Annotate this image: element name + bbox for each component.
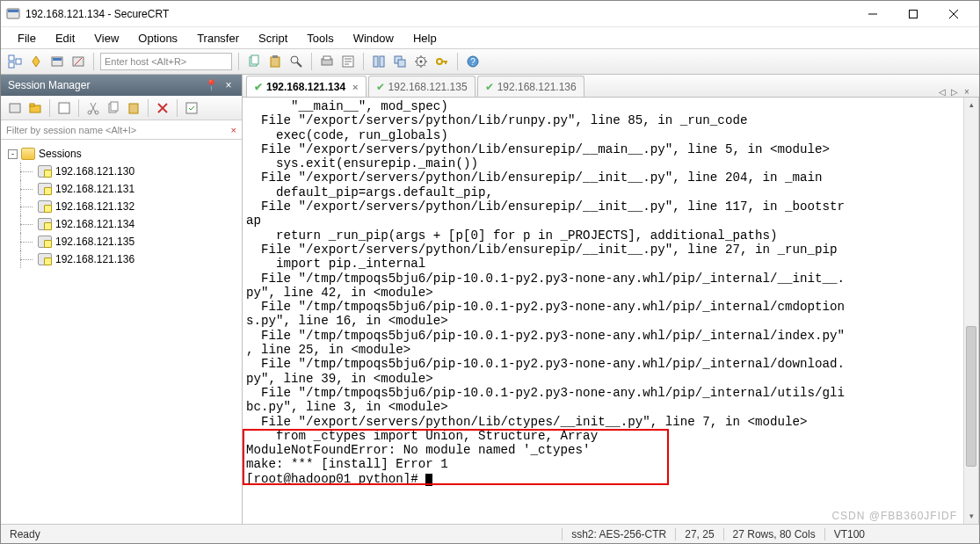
window-title: 192.168.121.134 - SecureCRT (25, 8, 853, 20)
tab-next-icon[interactable]: ▷ (949, 87, 960, 97)
menu-view[interactable]: View (86, 29, 127, 47)
new-folder-icon[interactable] (26, 99, 44, 117)
svg-rect-34 (129, 104, 138, 113)
svg-point-13 (291, 56, 298, 63)
svg-rect-2 (910, 10, 918, 18)
tab-label: 192.168.121.136 (497, 81, 577, 93)
session-tree[interactable]: - Sessions 192.168.121.130 192.168.121.1… (1, 140, 242, 524)
status-termtype: VT100 (824, 528, 874, 540)
menu-window[interactable]: Window (345, 29, 402, 47)
cascade-icon[interactable] (391, 53, 409, 70)
svg-rect-20 (398, 60, 405, 67)
svg-rect-35 (186, 103, 197, 113)
connect-icon[interactable] (48, 53, 66, 70)
svg-rect-29 (59, 103, 69, 113)
paste-icon[interactable] (266, 53, 284, 70)
paste-session-icon[interactable] (125, 99, 142, 117)
svg-rect-15 (323, 56, 330, 60)
copy-session-icon[interactable] (105, 99, 122, 117)
cut-icon[interactable] (84, 99, 102, 117)
folder-icon (21, 148, 35, 160)
settings-icon[interactable] (412, 53, 430, 70)
tab-close-icon[interactable]: × (352, 82, 358, 92)
content-area: ✔ 192.168.121.134 × ✔ 192.168.121.135 ✔ … (243, 75, 979, 524)
svg-rect-7 (53, 58, 62, 61)
maximize-button[interactable] (893, 1, 933, 27)
properties-icon[interactable] (339, 53, 357, 70)
svg-rect-1 (8, 10, 18, 12)
filter-input[interactable]: Filter by session name <Alt+I> × (1, 120, 242, 140)
menu-file[interactable]: File (10, 29, 44, 47)
filter-placeholder: Filter by session name <Alt+I> (6, 125, 136, 135)
host-icon (38, 183, 52, 195)
pin-icon[interactable]: 📍 (205, 79, 217, 91)
svg-rect-17 (374, 56, 378, 67)
reconnect-icon[interactable] (69, 53, 87, 70)
host-input[interactable]: Enter host <Alt+R> (100, 53, 232, 70)
tree-node-label: 192.168.121.134 (55, 218, 134, 230)
svg-rect-3 (9, 55, 14, 61)
connected-icon: ✔ (254, 81, 263, 93)
svg-rect-5 (16, 59, 21, 64)
connected-icon: ✔ (376, 81, 385, 93)
status-size: 27 Rows, 80 Cols (723, 528, 824, 540)
tree-node[interactable]: 192.168.121.135 (4, 233, 238, 250)
tree-node-label: 192.168.121.132 (55, 200, 134, 213)
panel-title-text: Session Manager (8, 79, 90, 91)
clear-filter-icon[interactable]: × (231, 125, 236, 135)
tab-label: 192.168.121.134 (266, 81, 345, 93)
menu-tools[interactable]: Tools (299, 29, 341, 47)
tab-prev-icon[interactable]: ◁ (937, 87, 947, 97)
print-icon[interactable] (318, 53, 336, 70)
svg-rect-33 (111, 102, 118, 111)
main-toolbar: Enter host <Alt+R> ? (1, 48, 979, 75)
find-icon[interactable] (287, 53, 305, 70)
app-icon (6, 7, 20, 21)
session-properties-icon[interactable] (55, 99, 73, 117)
tree-node[interactable]: 192.168.121.130 (4, 163, 238, 180)
svg-rect-28 (30, 104, 34, 106)
menu-transfer[interactable]: Transfer (189, 29, 247, 47)
key-icon[interactable] (433, 53, 451, 70)
tree-node-label: 192.168.121.136 (55, 253, 134, 265)
tabbar: ✔ 192.168.121.134 × ✔ 192.168.121.135 ✔ … (243, 75, 979, 98)
tile-icon[interactable] (370, 53, 388, 70)
collapse-icon[interactable]: - (8, 149, 18, 159)
menu-script[interactable]: Script (250, 29, 295, 47)
tab-list-icon[interactable]: × (962, 87, 972, 97)
tree-root-label: Sessions (39, 148, 82, 160)
new-session-icon[interactable] (6, 99, 24, 117)
panel-title: Session Manager 📍 × (1, 75, 242, 96)
tree-node[interactable]: 192.168.121.134 (4, 215, 238, 233)
svg-point-22 (420, 61, 423, 63)
tree-node[interactable]: 192.168.121.131 (4, 180, 238, 198)
host-icon (38, 165, 52, 178)
options-icon[interactable] (183, 99, 200, 117)
titlebar: 192.168.121.134 - SecureCRT (1, 1, 979, 27)
panel-close-icon[interactable]: × (222, 79, 235, 91)
tree-node[interactable]: 192.168.121.132 (4, 198, 238, 215)
help-icon[interactable]: ? (464, 53, 482, 70)
tab[interactable]: ✔ 192.168.121.136 (477, 76, 584, 97)
tree-root[interactable]: - Sessions (4, 145, 238, 163)
tab[interactable]: ✔ 192.168.121.135 (368, 76, 475, 97)
close-button[interactable] (933, 1, 974, 27)
host-icon (38, 200, 52, 213)
delete-icon[interactable] (154, 99, 171, 117)
session-manager-icon[interactable] (6, 53, 24, 70)
svg-rect-12 (272, 55, 278, 58)
scrollbar-thumb[interactable] (966, 326, 976, 467)
terminal[interactable]: "__main__", mod_spec) File "/export/serv… (243, 98, 978, 524)
quick-connect-icon[interactable] (27, 53, 45, 70)
statusbar: Ready ssh2: AES-256-CTR 27, 25 27 Rows, … (1, 524, 979, 543)
svg-rect-10 (251, 55, 258, 64)
connected-icon: ✔ (485, 81, 494, 93)
tab-active[interactable]: ✔ 192.168.121.134 × (246, 76, 367, 97)
tree-node[interactable]: 192.168.121.136 (4, 250, 238, 268)
menu-edit[interactable]: Edit (47, 29, 83, 47)
menu-help[interactable]: Help (405, 29, 445, 47)
copy-icon[interactable] (245, 53, 263, 70)
menu-options[interactable]: Options (130, 29, 185, 47)
minimize-button[interactable] (853, 1, 893, 27)
terminal-scrollbar[interactable] (963, 98, 978, 524)
